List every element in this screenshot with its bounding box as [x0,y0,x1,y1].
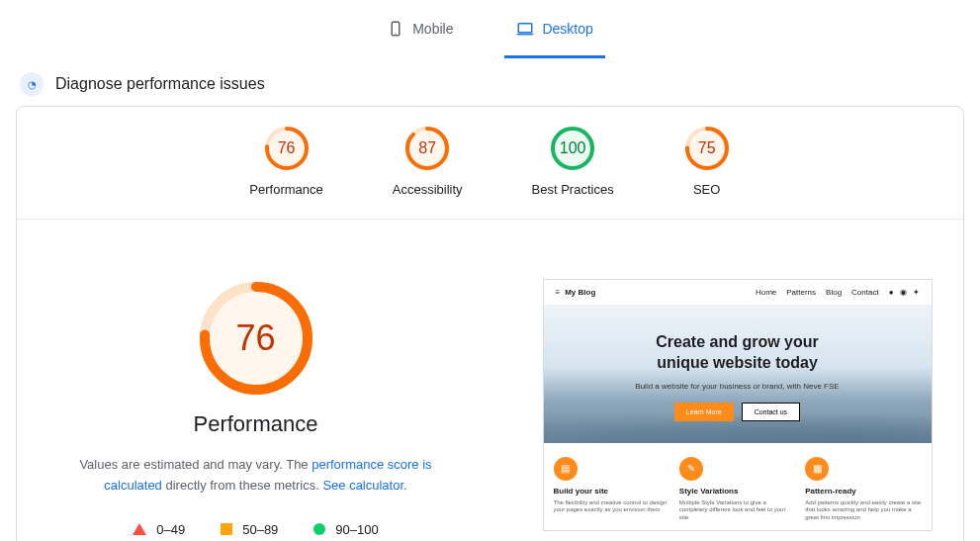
preview-features: ▤Build your siteThe flexibility and crea… [544,443,932,530]
preview-cta-secondary: Contact us [742,403,800,421]
gauge-icon: 75 [683,125,731,172]
site-preview: ≡My Blog HomePatternsBlogContact ●◉✦ Cre… [543,279,933,531]
score-value: 76 [263,125,311,172]
score-label: Best Practices [532,182,614,197]
tab-mobile-label: Mobile [412,21,453,37]
performance-gauge-value: 76 [197,279,315,398]
preview-hero: Create and grow yourunique website today… [544,305,932,443]
performance-description: Values are estimated and may vary. The p… [48,455,464,496]
twitter-icon: ✦ [913,288,920,297]
legend-avg: 50–89 [221,522,278,537]
instagram-icon: ◉ [900,288,907,297]
preview-subheading: Build a website for your business or bra… [564,382,912,391]
circle-icon [313,523,325,535]
score-label: Accessibility [393,182,463,197]
details-row: 76 Performance Values are estimated and … [17,220,963,537]
performance-gauge-large: 76 [197,279,315,398]
square-icon [221,523,232,535]
score-label: SEO [693,182,720,197]
preview-brand: ≡My Blog [556,288,596,297]
score-value: 100 [549,125,596,172]
tab-mobile[interactable]: Mobile [375,12,465,58]
mobile-icon [387,20,404,38]
tab-desktop-label: Desktop [542,21,592,37]
gauge-icon: ◔ [20,72,44,96]
score-value: 87 [403,125,451,172]
gauge-icon: 100 [549,125,596,172]
link-see-calculator[interactable]: See calculator [322,478,403,493]
report-card: 76Performance87Accessibility100Best Prac… [16,106,964,541]
build-icon: ▤ [554,457,578,481]
score-seo[interactable]: 75SEO [683,125,731,197]
preview-heading: Create and grow yourunique website today [564,332,912,374]
score-legend: 0–49 50–89 90–100 [133,522,378,537]
pattern-icon: ▦ [805,457,829,481]
score-value: 75 [683,125,731,172]
svg-rect-2 [519,24,533,33]
score-best-practices[interactable]: 100Best Practices [532,125,614,197]
gauge-icon: 87 [403,125,451,172]
scores-row: 76Performance87Accessibility100Best Prac… [17,125,963,220]
score-accessibility[interactable]: 87Accessibility [393,125,463,197]
preview-nav: HomePatternsBlogContact ●◉✦ [756,288,920,297]
tab-desktop[interactable]: Desktop [504,12,604,58]
legend-good: 90–100 [313,522,378,537]
legend-bad: 0–49 [133,522,185,537]
score-performance[interactable]: 76Performance [249,125,322,197]
svg-point-1 [396,33,397,34]
preview-cta-primary: Learn More [674,403,734,421]
desktop-icon [516,20,534,38]
performance-title: Performance [194,411,318,437]
section-title: Diagnose performance issues [55,75,265,93]
triangle-icon [133,523,146,535]
gauge-icon: 76 [263,125,311,172]
section-header: ◔ Diagnose performance issues [0,58,980,106]
score-label: Performance [249,182,322,197]
performance-column: 76 Performance Values are estimated and … [48,279,464,537]
facebook-icon: ● [889,288,894,297]
style-icon: ✎ [679,457,703,481]
preview-header: ≡My Blog HomePatternsBlogContact ●◉✦ [544,280,932,305]
device-tabs: Mobile Desktop [0,0,980,58]
